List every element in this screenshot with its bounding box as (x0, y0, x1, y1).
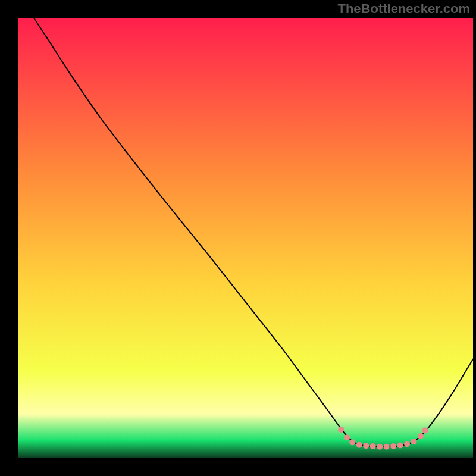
marker-dot (418, 433, 424, 439)
marker-dot (370, 443, 376, 449)
marker-dot (404, 441, 410, 447)
marker-dot (390, 443, 396, 449)
marker-dot (411, 439, 417, 444)
marker-dot (397, 443, 403, 449)
marker-dot (344, 434, 350, 440)
marker-dot (384, 444, 390, 450)
marker-dot (377, 444, 383, 450)
marker-dot (349, 439, 355, 445)
marker-dot (356, 442, 362, 448)
marker-dot (422, 427, 428, 433)
plot-gradient-background (18, 18, 473, 458)
watermark-text: TheBottlenecker.com (337, 1, 470, 17)
marker-dot (363, 443, 369, 449)
marker-dot (338, 427, 344, 433)
chart-svg (0, 0, 476, 476)
bottleneck-chart: TheBottlenecker.com (0, 0, 476, 476)
